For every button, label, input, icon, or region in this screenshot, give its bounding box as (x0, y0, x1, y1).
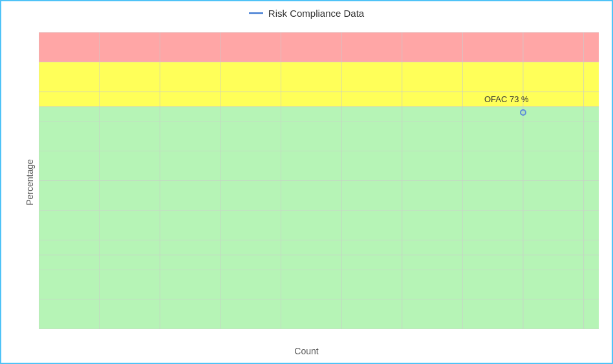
zone-red (39, 32, 599, 62)
zone-green (39, 107, 599, 329)
data-point (520, 109, 526, 116)
chart-title: Risk Compliance Data (268, 8, 364, 19)
chart-container: Risk Compliance Data Percentage OFAC 73 … (0, 0, 613, 364)
plot-area: OFAC 73 % 100 %75 %50 %25 %0 % 020406080… (39, 32, 599, 329)
x-axis-label: Count (1, 346, 612, 356)
y-axis-label: Percentage (25, 159, 35, 206)
data-point-label: OFAC 73 % (484, 94, 529, 104)
chart-legend-area: Risk Compliance Data (1, 8, 612, 19)
legend-line-icon (249, 12, 263, 14)
